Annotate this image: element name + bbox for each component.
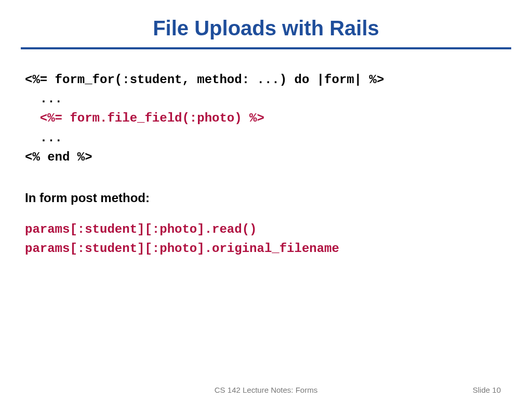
code-line-highlight: <%= form.file_field(:photo) %> — [25, 111, 264, 125]
code-block-erb: <%= form_for(:student, method: ...) do |… — [25, 70, 511, 167]
footer-right: Slide 10 — [473, 385, 501, 394]
section-label: In form post method: — [25, 191, 511, 205]
slide-title: File Uploads with Rails — [21, 17, 511, 47]
code-line: ... — [25, 131, 62, 145]
code-line-highlight: params[:student][:photo].read() — [25, 222, 257, 236]
code-line-highlight: params[:student][:photo].original_filena… — [25, 242, 339, 256]
code-block-params: params[:student][:photo].read() params[:… — [25, 220, 511, 258]
footer-center: CS 142 Lecture Notes: Forms — [0, 385, 532, 394]
title-rule — [21, 47, 511, 49]
code-line: <% end %> — [25, 150, 92, 164]
slide: File Uploads with Rails <%= form_for(:st… — [0, 0, 532, 399]
code-line: <%= form_for(:student, method: ...) do |… — [25, 73, 384, 87]
code-line: ... — [25, 92, 62, 106]
